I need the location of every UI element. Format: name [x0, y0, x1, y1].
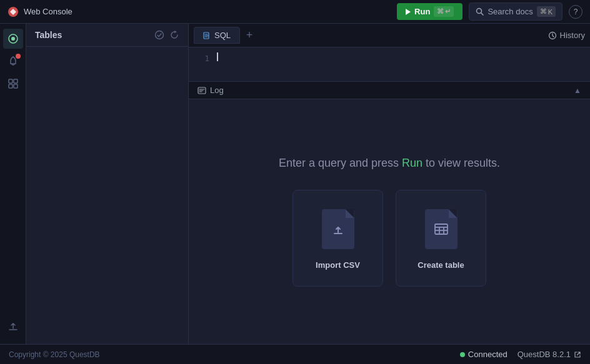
- action-cards: Import CSV: [292, 190, 486, 287]
- sidebar-upload-icon[interactable]: [3, 317, 23, 337]
- main-layout: Tables: [0, 24, 590, 344]
- import-csv-label: Import CSV: [316, 260, 360, 270]
- cursor: [217, 52, 218, 61]
- create-table-doc-icon: [425, 209, 458, 249]
- connected-dot: [460, 352, 465, 357]
- connected-badge: Connected: [460, 350, 508, 359]
- right-area: SQL + History 1: [189, 24, 590, 344]
- history-button[interactable]: History: [548, 31, 585, 40]
- svg-rect-6: [14, 79, 18, 83]
- editor-tabs: SQL + History: [189, 24, 590, 47]
- search-docs-button[interactable]: Search docs ⌘ K: [469, 2, 562, 21]
- prompt-text: Enter a query and press Run to view resu…: [279, 157, 500, 170]
- log-icon: [198, 86, 206, 95]
- search-kbd: ⌘ K: [537, 6, 556, 17]
- app-logo-icon: [8, 6, 19, 17]
- help-button[interactable]: ?: [569, 5, 582, 19]
- history-icon: [548, 31, 557, 40]
- top-bar-left: Web Console: [8, 6, 72, 17]
- search-docs-label: Search docs: [488, 7, 532, 16]
- svg-rect-7: [9, 84, 12, 88]
- sql-tab[interactable]: SQL: [194, 27, 240, 44]
- create-table-card[interactable]: Create table: [396, 190, 486, 287]
- line-numbers: 1: [189, 52, 217, 76]
- editor-area[interactable]: 1: [189, 47, 590, 82]
- app-title: Web Console: [24, 7, 72, 16]
- results-area: Enter a query and press Run to view resu…: [189, 99, 590, 344]
- version-text[interactable]: QuestDB 8.2.1: [518, 350, 581, 359]
- create-table-icon-wrap: [422, 207, 460, 252]
- refresh-icon[interactable]: [169, 30, 179, 40]
- icon-sidebar-bottom: [3, 317, 23, 344]
- log-collapse-icon[interactable]: ▲: [574, 86, 581, 95]
- svg-point-9: [156, 31, 164, 39]
- create-table-label: Create table: [418, 260, 464, 270]
- left-panel-header: Tables: [26, 24, 188, 47]
- sidebar-grid-icon[interactable]: [3, 74, 23, 94]
- add-tab-button[interactable]: +: [242, 29, 256, 42]
- svg-rect-8: [14, 84, 18, 88]
- connected-label: Connected: [468, 350, 508, 359]
- check-icon[interactable]: [154, 30, 164, 40]
- import-csv-card[interactable]: Import CSV: [292, 190, 383, 287]
- top-bar-right: Run ⌘ ↵ Search docs ⌘ K ?: [397, 2, 582, 21]
- editor-right-actions: History: [548, 31, 585, 40]
- external-link-icon: [574, 351, 581, 358]
- svg-point-4: [11, 37, 15, 41]
- copyright-text: Copyright © 2025 QuestDB: [9, 350, 100, 359]
- cursor-line: [217, 52, 590, 61]
- sidebar-notifications-icon[interactable]: [3, 51, 23, 71]
- editor-content[interactable]: [217, 52, 590, 76]
- sidebar-tables-icon[interactable]: [3, 29, 23, 49]
- log-label: Log: [198, 86, 224, 95]
- run-label: Run: [414, 7, 430, 16]
- tables-list: [26, 47, 188, 344]
- run-button[interactable]: Run ⌘ ↵: [397, 3, 462, 20]
- table-icon: [433, 221, 449, 237]
- svg-rect-5: [9, 79, 12, 83]
- upload-icon: [330, 221, 346, 237]
- icon-sidebar: [0, 24, 26, 344]
- search-icon: [476, 7, 484, 16]
- notification-dot: [16, 54, 21, 59]
- left-panel: Tables: [26, 24, 189, 344]
- history-label: History: [560, 31, 585, 40]
- tables-title: Tables: [35, 30, 62, 40]
- status-bar: Copyright © 2025 QuestDB Connected Quest…: [0, 344, 590, 364]
- svg-rect-13: [435, 224, 448, 234]
- play-icon: [406, 9, 411, 15]
- import-csv-icon-wrap: [319, 207, 357, 252]
- top-bar: Web Console Run ⌘ ↵ Search docs ⌘ K ?: [0, 0, 590, 24]
- run-kbd: ⌘ ↵: [434, 6, 454, 17]
- log-bar[interactable]: Log ▲: [189, 82, 590, 99]
- import-csv-doc-icon: [322, 209, 354, 249]
- svg-line-2: [481, 13, 484, 16]
- version-label: QuestDB 8.2.1: [518, 350, 571, 359]
- sql-file-icon: [203, 32, 211, 39]
- sql-tab-label: SQL: [214, 31, 231, 40]
- panel-actions: [154, 30, 179, 40]
- status-right: Connected QuestDB 8.2.1: [460, 350, 581, 359]
